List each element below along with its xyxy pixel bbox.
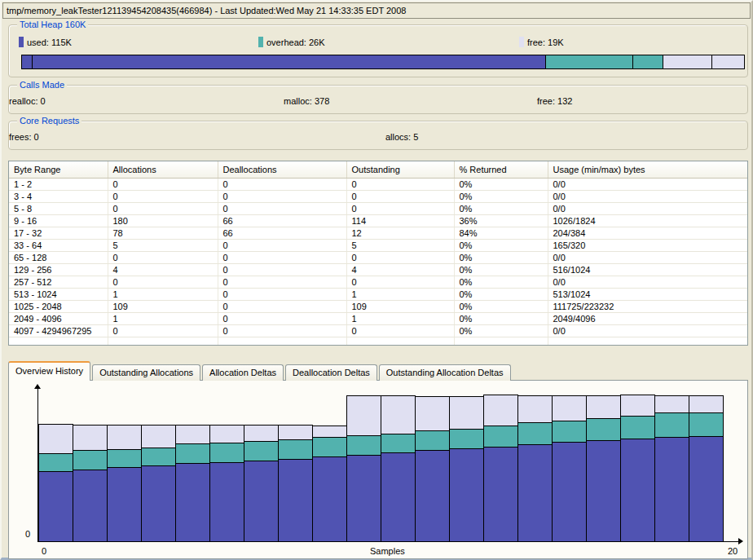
table-cell: 1 [108,313,218,325]
table-cell [346,337,454,346]
table-cell: 0 [218,313,346,325]
table-cell [9,337,108,346]
table-cell [108,337,218,346]
x-axis-title: Samples [370,546,405,556]
table-cell: 0 [346,191,454,203]
overhead-segment [142,448,175,466]
table-row[interactable]: 3 - 40000%0/0 [9,191,747,203]
table-row[interactable]: 65 - 1280000%0/0 [9,252,747,264]
sample-bar-4 [141,425,176,541]
sample-bar-9 [312,426,347,541]
table-cell: 109 [108,301,218,313]
table-cell: 0 [218,203,346,215]
table-cell: 2049/4096 [548,313,747,325]
free-segment [416,397,449,431]
table-cell: 0% [454,203,548,215]
free-segment [655,396,689,413]
table-cell: 84% [454,227,548,240]
table-cell: 0% [454,289,548,301]
table-cell: 5 [346,240,454,252]
used-segment [689,437,723,541]
table-cell: 5 - 8 [9,203,108,215]
free-segment [347,396,381,436]
table-row[interactable]: 33 - 645050%165/320 [9,240,747,252]
table-cell: 513/1024 [548,289,747,301]
table-row[interactable]: 1 - 20000%0/0 [9,179,747,191]
table-row[interactable]: 2049 - 40961010%2049/4096 [9,313,747,325]
column-header[interactable]: Deallocations [218,161,346,179]
legend-item-free: free: 19K [519,37,564,47]
calls-made-stat-0: malloc: 378 [284,96,329,106]
used-segment [210,463,244,541]
tab-deallocation-deltas[interactable]: Deallocation Deltas [285,364,377,381]
table-cell: 0 [108,325,218,337]
overhead-segment [450,430,483,449]
used-segment [39,472,73,541]
table-cell: 12 [346,227,454,240]
calls-made-stat-2: realloc: 0 [9,96,46,106]
table-row[interactable]: 5 - 80000%0/0 [9,203,747,215]
table-cell: 1 - 2 [9,179,108,191]
heap-segment-used [22,55,33,68]
tab-overview-history[interactable]: Overview History [8,361,90,381]
table-cell: 4 [108,264,218,276]
table-cell: 0% [454,301,548,313]
column-header[interactable]: Usage (min/max) bytes [548,161,747,179]
table-row[interactable]: 4097 - 42949672950000%0/0 [9,325,747,337]
table-cell: 0 [108,191,218,203]
used-segment [176,464,209,541]
table-row[interactable]: 129 - 2564040%516/1024 [9,264,747,276]
overhead-color-swatch-icon [258,37,263,47]
used-segment [108,468,141,541]
sample-bar-20 [689,395,724,541]
used-segment [73,470,107,541]
calls-made-title: Calls Made [17,80,67,90]
table-cell: 0 [108,276,218,289]
table-body: 1 - 20000%0/03 - 40000%0/05 - 80000%0/09… [9,179,747,346]
y-axis-arrow-icon [34,384,41,389]
table-cell: 0% [454,240,548,252]
table-row[interactable]: 257 - 5120000%0/0 [9,276,747,289]
table-row[interactable]: 9 - 161806611436%1026/1824 [9,215,747,227]
table-cell: 0% [454,325,548,337]
table-cell: 0% [454,179,548,191]
table-cell: 0 [218,252,346,264]
overhead-segment [416,431,449,451]
free-segment [176,426,209,444]
table-row[interactable]: 17 - 3278661284%204/384 [9,227,747,240]
used-segment [587,441,620,541]
table-cell: 0 [346,276,454,289]
used-segment [279,460,312,541]
table-cell: 0 [218,191,346,203]
overhead-segment [655,413,689,438]
table-cell: 0 [218,179,346,191]
used-segment [416,451,449,541]
table-empty-row [9,337,747,346]
column-header[interactable]: Outstanding [346,161,454,179]
tab-outstanding-allocation-deltas[interactable]: Outstanding Allocation Deltas [379,364,511,381]
free-segment [587,396,620,419]
tab-outstanding-allocations[interactable]: Outstanding Allocations [92,364,200,381]
table-cell: 109 [346,301,454,313]
column-header[interactable]: % Returned [454,161,548,179]
table-row[interactable]: 513 - 10241010%513/1024 [9,289,747,301]
table-cell: 0/0 [548,325,747,337]
table-cell: 0 [218,264,346,276]
x-axis-arrow-icon [738,538,743,545]
table-row[interactable]: 1025 - 204810901090%111725/223232 [9,301,747,313]
table-cell: 0/0 [548,203,747,215]
table-cell: 0 [218,276,346,289]
heap-segment-overhead [633,55,663,68]
table-cell: 0 [346,179,454,191]
overhead-segment [347,436,381,456]
column-header[interactable]: Byte Range [9,161,108,179]
sample-bar-13 [449,396,484,541]
table-cell: 0% [454,276,548,289]
table-cell: 1025 - 2048 [9,301,108,313]
core-requests-stat-1: frees: 0 [9,132,39,142]
free-segment [381,396,415,434]
y-axis-origin-label: 0 [25,529,30,539]
tab-allocation-deltas[interactable]: Allocation Deltas [202,364,284,381]
table-cell: 0 [218,301,346,313]
column-header[interactable]: Allocations [108,161,218,179]
